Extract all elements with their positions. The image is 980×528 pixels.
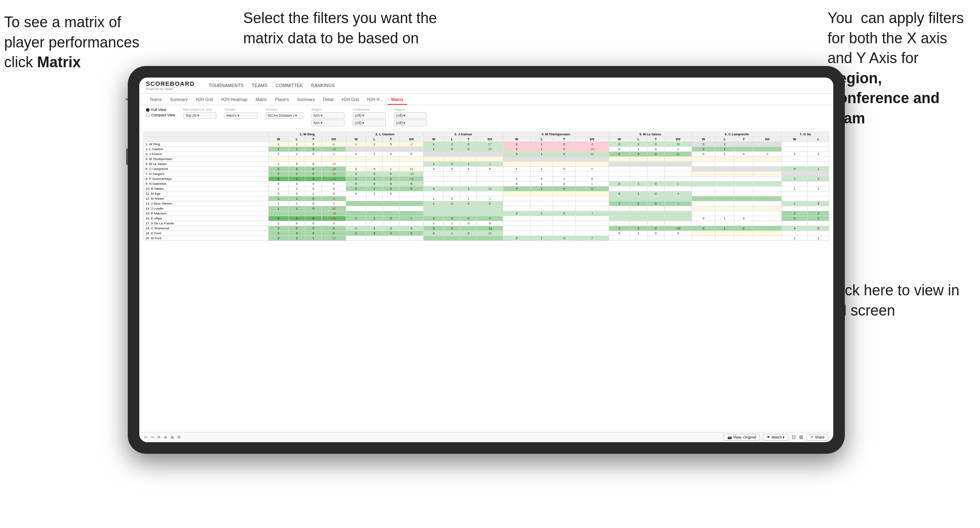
cell-r4-c4-v0 (609, 162, 630, 167)
wl12: Dif (477, 137, 503, 142)
region-select-2[interactable]: N/A ▾ (312, 120, 345, 126)
conference-select-1[interactable]: (All) ▾ (353, 112, 386, 119)
cell-r9-c1-v2: 0 (383, 186, 399, 191)
cell-r0-c2-v0: 1 (424, 142, 444, 147)
cell-r11-c1-v0 (346, 196, 366, 201)
cell-r10-c5-v2 (734, 191, 753, 196)
toolbar-redo-icon[interactable]: ↪ (151, 435, 154, 439)
sub-tab-h2h-grid[interactable]: H2H Grid (192, 95, 217, 105)
max-players-select[interactable]: Top 25 ▾ (183, 112, 216, 119)
players-select-2[interactable]: (All) ▾ (394, 120, 427, 126)
player-name-14: 15. P Maichon (144, 211, 269, 216)
nav-tournaments[interactable]: TOURNAMENTS (209, 82, 244, 89)
toolbar-icon1[interactable]: ⊡ (792, 434, 796, 440)
conference-select-2[interactable]: (All) ▾ (353, 120, 386, 126)
cell-r13-c5-v0 (692, 206, 715, 211)
cell-r13-c5-v2 (734, 206, 753, 211)
sub-tab-detail[interactable]: Detail (319, 95, 338, 105)
cell-r3-c0-v3 (321, 157, 346, 162)
cell-r12-c0-v3: -3 (321, 201, 346, 206)
nav-rankings[interactable]: RANKINGS (311, 82, 335, 89)
cell-r1-c3-v3: -24 (575, 147, 609, 152)
sub-tab-summary[interactable]: Summary (166, 95, 191, 105)
cell-r16-c4-v3 (664, 221, 692, 226)
cell-r6-c5-v0 (692, 172, 715, 177)
cell-r13-c3-v3 (575, 206, 609, 211)
cell-r8-c1-v3: 0 (399, 182, 424, 186)
cell-r11-c2-v3: -1 (477, 196, 503, 201)
sub-tab-h2h-grid2[interactable]: H2H Grid (338, 95, 363, 105)
player-name-11: 12. M Riedel (144, 196, 269, 201)
toolbar-refresh-icon[interactable]: ⟳ (157, 435, 161, 439)
toolbar-grid-icon[interactable]: ⊞ (171, 435, 174, 439)
cell-r8-c1-v0: 0 (346, 182, 366, 186)
sub-tab-teams[interactable]: Teams (146, 95, 165, 105)
player-name-17: 18. C Sherwood (144, 226, 269, 231)
cell-r3-c4-v3 (664, 157, 692, 162)
cell-r19-c1-v3 (399, 236, 424, 241)
cell-r1-c5-v0: 2 (692, 147, 715, 152)
cell-r14-c0-v1 (288, 211, 305, 216)
share-button[interactable]: ↗ Share (807, 434, 828, 441)
view-original-btn[interactable]: 📷 View: Original (724, 434, 760, 441)
nav-teams[interactable]: TEAMS (252, 82, 267, 89)
cell-r10-c1-v0: 0 (346, 191, 366, 196)
toolbar-settings-icon[interactable]: ⚙ (177, 435, 181, 439)
cell-r11-c0-v2: 0 (305, 196, 321, 201)
cell-r17-c4-v2: 0 (647, 226, 664, 231)
view-options: Full View Compact View (146, 108, 175, 117)
cell-r6-c2-v3 (477, 172, 503, 177)
annotation-matrix-bold: Matrix (37, 54, 81, 71)
sub-tab-h2h-heatmap[interactable]: H2H Heatmap (218, 95, 251, 105)
cell-r0-c3-v3: -6 (575, 142, 609, 147)
cell-r8-c6-v1 (808, 182, 829, 186)
cell-r10-c4-v0: 0 (609, 191, 630, 196)
sub-tab-summary2[interactable]: Summary (293, 95, 319, 105)
filter-gender: Gender Men's ▾ (225, 108, 258, 119)
cell-r17-c6-v0: 4 (782, 226, 808, 231)
cell-r15-c2-v1: 3 (444, 216, 460, 221)
cell-r2-c1-v1: 1 (366, 152, 383, 157)
cell-r11-c4-v3 (664, 196, 692, 201)
cell-r3-c1-v0 (346, 157, 366, 162)
cell-r5-c1-v3: 24 (399, 167, 424, 172)
cell-r0-c2-v1: 2 (444, 142, 460, 147)
region-select-1[interactable]: N/A ▾ (312, 112, 345, 119)
toolbar-undo-icon[interactable]: ↩ (144, 435, 148, 439)
cell-r15-c2-v2: 0 (460, 216, 477, 221)
cell-r14-c6-v1: 2 (808, 211, 829, 216)
player-name-6: 7. G Sargent (144, 172, 269, 177)
cell-r18-c5-v2 (734, 231, 753, 236)
radio-full-view[interactable]: Full View (146, 108, 175, 112)
sub-tab-matrix-left[interactable]: Matrix (252, 95, 270, 105)
player-name-12: 13. J Skov Olesen (144, 201, 269, 206)
cell-r4-c0-v1: 5 (288, 162, 305, 167)
cell-r11-c4-v0 (609, 196, 630, 201)
watch-btn[interactable]: 👁 Watch ▾ (763, 434, 788, 441)
cell-r12-c5-v3 (753, 201, 782, 206)
cell-r19-c0-v1: 3 (288, 236, 305, 241)
wl13: W (503, 137, 530, 142)
wl25: W (782, 137, 808, 142)
wl23: T (734, 137, 753, 142)
players-select-1[interactable]: (All) ▾ (394, 112, 427, 119)
cell-r13-c1-v3 (399, 206, 424, 211)
matrix-area[interactable]: 1. W Ding 2. L Clanton 3. J Koivun 4. M … (139, 129, 833, 432)
cell-r6-c2-v1 (444, 172, 460, 177)
gender-select[interactable]: Men's ▾ (225, 112, 258, 119)
cell-r12-c0-v1: 1 (288, 201, 305, 206)
toolbar-icon2[interactable]: ⊠ (799, 434, 803, 440)
sub-tab-h2h-h[interactable]: H2H H... (363, 95, 387, 105)
cell-r3-c1-v3 (399, 157, 424, 162)
division-select[interactable]: NCAA Division I ▾ (266, 112, 303, 119)
toolbar-zoom-icon[interactable]: ⊕ (164, 435, 167, 439)
cell-r1-c3-v2: 0 (553, 147, 575, 152)
radio-compact-view[interactable]: Compact View (146, 113, 175, 117)
wl21: W (692, 137, 715, 142)
cell-r7-c3-v2: 1 (553, 177, 575, 182)
sub-tab-players[interactable]: Players (272, 95, 293, 105)
sub-tab-matrix-active[interactable]: Matrix (387, 95, 407, 105)
nav-committee[interactable]: COMMITTEE (276, 82, 303, 89)
cell-r7-c4-v0 (609, 177, 630, 182)
cell-r5-c1-v2: 1 (383, 167, 399, 172)
